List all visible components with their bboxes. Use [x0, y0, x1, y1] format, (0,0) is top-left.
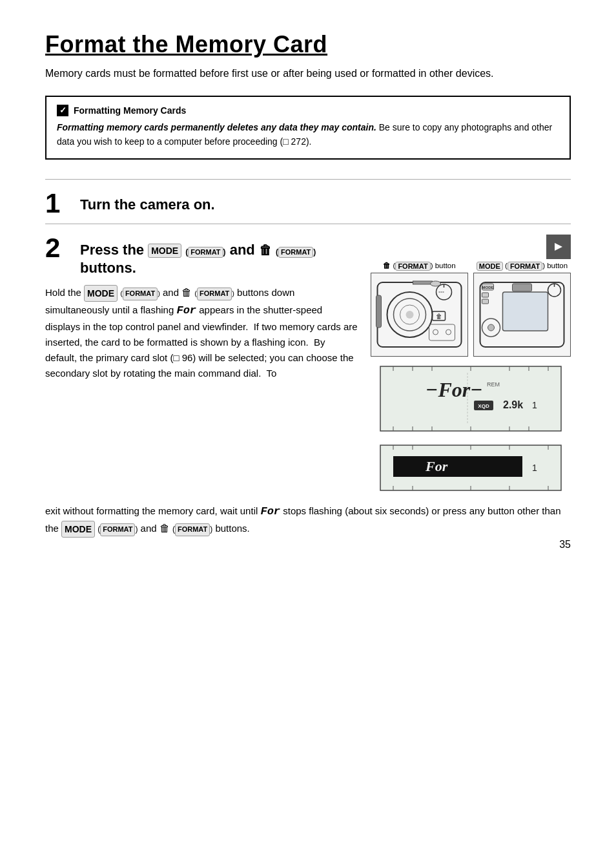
svg-rect-8: [413, 281, 433, 284]
svg-point-16: [446, 330, 451, 335]
for-indicator: For: [176, 304, 196, 317]
step1-header: 1 Turn the camera on.: [45, 190, 571, 217]
svg-rect-60: [393, 456, 522, 477]
mode-key: MODE: [148, 244, 181, 258]
svg-marker-0: [555, 243, 562, 251]
warning-title: ✓ Formatting Memory Cards: [57, 105, 559, 116]
page-number: 35: [559, 539, 571, 550]
step2-title: Press the MODE (FORMAT) and 🗑 (FORMAT) b…: [80, 235, 358, 278]
step1-section: 1 Turn the camera on.: [45, 179, 571, 217]
svg-point-25: [488, 324, 495, 331]
viewfinder-svg: For 1: [371, 442, 571, 494]
step2-right: 🗑 (FORMAT) button: [371, 235, 571, 496]
step2-layout: 2 Press the MODE (FORMAT) and 🗑 (FORMAT)…: [45, 235, 571, 496]
warning-box: ✓ Formatting Memory Cards Formatting mem…: [45, 96, 571, 160]
warning-body: Formatting memory cards permanently dele…: [57, 120, 559, 149]
camera-images-top: 🗑 (FORMAT) button: [371, 262, 571, 357]
step1-number: 1: [45, 190, 68, 217]
step2-bottom-text: exit without formatting the memory card,…: [45, 503, 571, 538]
svg-point-5: [406, 311, 414, 319]
svg-rect-19: [513, 284, 532, 291]
svg-point-15: [433, 330, 438, 335]
warning-icon: ✓: [57, 105, 68, 116]
camera-front-svg: 🗑: [374, 276, 465, 353]
step2-header: 2 Press the MODE (FORMAT) and 🗑 (FORMAT)…: [45, 235, 358, 278]
svg-text:XQD: XQD: [478, 403, 489, 409]
warning-title-text: Formatting Memory Cards: [74, 105, 186, 116]
viewfinder-diagram: For 1: [371, 442, 571, 496]
lcd-top-svg: −For− REM XQD 2.9k 1: [371, 363, 571, 434]
lcd-top-diagram: −For− REM XQD 2.9k 1: [371, 363, 571, 437]
svg-rect-27: [482, 299, 489, 304]
svg-text:REM: REM: [487, 381, 500, 388]
right-image-label: MODE (FORMAT) button: [473, 262, 571, 271]
left-image-label: 🗑 (FORMAT) button: [371, 262, 468, 271]
camera-front-image: 🗑 (FORMAT) button: [371, 262, 468, 357]
format-label2: (FORMAT): [276, 247, 316, 257]
for-stop-indicator: For: [260, 505, 280, 518]
svg-text:−For−: −For−: [426, 378, 483, 401]
mode-key3: MODE: [61, 521, 95, 538]
mode-key2: MODE: [84, 285, 118, 302]
svg-text:MODE: MODE: [482, 286, 494, 289]
svg-text:2.9k: 2.9k: [503, 399, 523, 410]
page-title: Format the Memory Card: [45, 31, 571, 58]
svg-rect-26: [482, 293, 489, 297]
svg-rect-9: [376, 295, 382, 328]
page-container: Format the Memory Card Memory cards must…: [0, 0, 616, 576]
arrow-icon: [552, 240, 565, 253]
camera-back-image: MODE (FORMAT) button: [473, 262, 571, 357]
camera-back-svg: MODE: [477, 276, 568, 353]
step2-body: Hold the MODE (FORMAT) and 🗑 (FORMAT) bu…: [45, 284, 358, 381]
step1-title: Turn the camera on.: [80, 190, 215, 213]
trash-icon: 🗑: [259, 243, 272, 257]
intro-paragraph: Memory cards must be formatted before fi…: [45, 66, 571, 81]
step2-number: 2: [45, 235, 68, 262]
svg-rect-18: [503, 292, 548, 331]
svg-text:1: 1: [532, 400, 537, 410]
format-label1: (FORMAT): [185, 247, 225, 257]
step2-section: 2 Press the MODE (FORMAT) and 🗑 (FORMAT)…: [45, 224, 571, 538]
warning-italic: Formatting memory cards permanently dele…: [57, 122, 376, 132]
svg-point-10: [431, 281, 441, 286]
svg-text:For: For: [425, 458, 448, 474]
nav-bookmark: [546, 235, 571, 259]
svg-text:🗑: 🗑: [436, 313, 442, 320]
step2-left: 2 Press the MODE (FORMAT) and 🗑 (FORMAT)…: [45, 235, 358, 382]
svg-text:1: 1: [532, 463, 537, 473]
